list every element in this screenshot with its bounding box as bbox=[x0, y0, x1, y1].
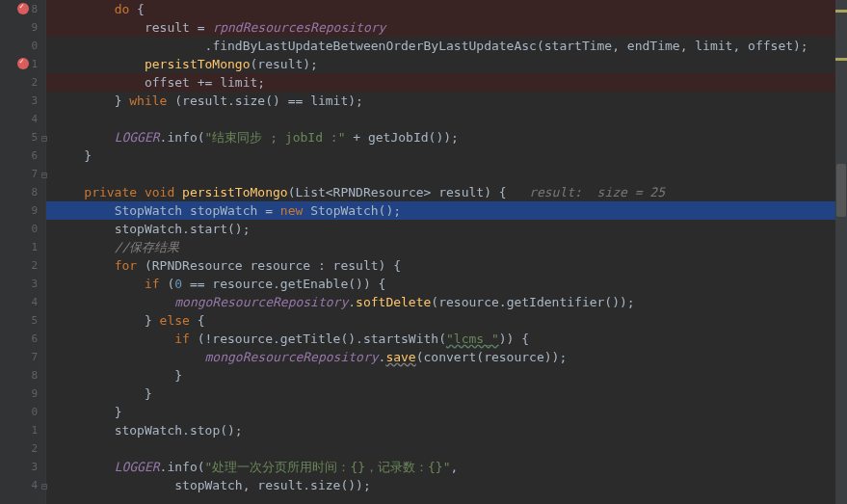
line-number[interactable]: 6 bbox=[0, 330, 45, 348]
code-line[interactable]: private void persistToMongo(List<RPNDRes… bbox=[46, 183, 847, 201]
code-line[interactable]: stopWatch, result.size()); bbox=[46, 476, 847, 494]
line-number[interactable]: 9 bbox=[0, 18, 45, 37]
code-line[interactable] bbox=[46, 165, 847, 183]
line-number[interactable]: 9 bbox=[0, 385, 45, 403]
line-number[interactable]: 1 bbox=[0, 55, 45, 73]
line-number[interactable]: 8 bbox=[0, 366, 45, 385]
line-number[interactable]: 8 bbox=[0, 0, 45, 18]
line-number[interactable]: 1 bbox=[0, 421, 45, 439]
code-line[interactable]: persistToMongo(result); bbox=[46, 55, 847, 73]
line-number[interactable]: 8 bbox=[0, 183, 45, 201]
scrollbar[interactable] bbox=[835, 0, 847, 504]
line-number[interactable]: 5 bbox=[0, 311, 45, 330]
code-line[interactable]: do { bbox=[46, 0, 847, 18]
code-line[interactable] bbox=[46, 110, 847, 128]
code-line[interactable]: } bbox=[46, 146, 847, 165]
line-number[interactable]: 7⊟ bbox=[0, 165, 45, 183]
code-line[interactable]: //保存结果 bbox=[46, 238, 847, 256]
line-number[interactable]: 0 bbox=[0, 403, 45, 421]
scroll-mark-icon[interactable] bbox=[835, 58, 847, 61]
code-line[interactable]: } bbox=[46, 366, 847, 385]
code-area[interactable]: do { result = rpndResourcesRepository .f… bbox=[46, 0, 847, 504]
line-number[interactable]: 0 bbox=[0, 220, 45, 238]
scroll-mark-icon[interactable] bbox=[835, 10, 847, 13]
code-line[interactable]: } bbox=[46, 403, 847, 421]
line-number[interactable]: 4 bbox=[0, 293, 45, 311]
line-number[interactable]: 3 bbox=[0, 458, 45, 476]
debug-inline-hint: result: size = 25 bbox=[507, 185, 665, 199]
code-line[interactable]: if (!resource.getTitle().startsWith("lcm… bbox=[46, 330, 847, 348]
line-number[interactable]: 5⊟ bbox=[0, 128, 45, 146]
code-line[interactable]: mongoResourceRepository.softDelete(resou… bbox=[46, 293, 847, 311]
line-number[interactable]: 2 bbox=[0, 439, 45, 458]
line-number[interactable]: 4 bbox=[0, 110, 45, 128]
line-number[interactable]: 7 bbox=[0, 348, 45, 366]
code-line[interactable] bbox=[46, 439, 847, 458]
code-line[interactable]: mongoResourceRepository.save(convert(res… bbox=[46, 348, 847, 366]
code-line[interactable]: stopWatch.start(); bbox=[46, 220, 847, 238]
line-number[interactable]: 1 bbox=[0, 238, 45, 256]
code-line[interactable]: result = rpndResourcesRepository bbox=[46, 18, 847, 37]
code-line[interactable]: .findByLastUpdateBetweenOrderByLastUpdat… bbox=[46, 37, 847, 55]
line-number[interactable]: 3 bbox=[0, 275, 45, 293]
breakpoint-icon[interactable] bbox=[17, 3, 29, 14]
code-line[interactable]: offset += limit; bbox=[46, 73, 847, 92]
gutter: 8 9 0 1 2 3 4 5⊟ 6 7⊟ 8 9 0 1 2 3 4 5 6 … bbox=[0, 0, 46, 504]
code-line[interactable]: if (0 == resource.getEnable()) { bbox=[46, 275, 847, 293]
code-line[interactable]: } bbox=[46, 385, 847, 403]
scroll-thumb[interactable] bbox=[836, 164, 846, 217]
code-line-current[interactable]: StopWatch stopWatch = new StopWatch(); bbox=[46, 201, 847, 220]
line-number[interactable]: 2 bbox=[0, 256, 45, 275]
code-line[interactable]: stopWatch.stop(); bbox=[46, 421, 847, 439]
code-line[interactable]: } else { bbox=[46, 311, 847, 330]
code-line[interactable]: LOGGER.info("处理一次分页所用时间：{}，记录数：{}", bbox=[46, 458, 847, 476]
line-number[interactable]: 2 bbox=[0, 73, 45, 92]
line-number[interactable]: 6 bbox=[0, 146, 45, 165]
line-number[interactable]: 3 bbox=[0, 92, 45, 110]
line-number[interactable]: 4⊟ bbox=[0, 476, 45, 494]
code-line[interactable]: } while (result.size() == limit); bbox=[46, 92, 847, 110]
code-editor: 8 9 0 1 2 3 4 5⊟ 6 7⊟ 8 9 0 1 2 3 4 5 6 … bbox=[0, 0, 847, 504]
breakpoint-icon[interactable] bbox=[17, 58, 29, 69]
code-line[interactable]: for (RPNDResource resource : result) { bbox=[46, 256, 847, 275]
line-number[interactable]: 0 bbox=[0, 37, 45, 55]
line-number[interactable]: 9 bbox=[0, 201, 45, 220]
code-line[interactable]: LOGGER.info("结束同步 ; jobId :" + getJobId(… bbox=[46, 128, 847, 146]
